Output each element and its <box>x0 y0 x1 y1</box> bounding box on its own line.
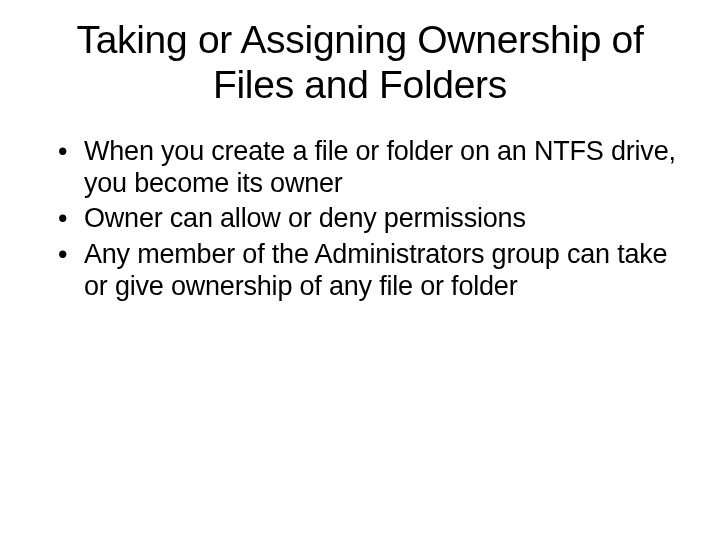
slide-container: Taking or Assigning Ownership of Files a… <box>0 0 720 540</box>
list-item: Any member of the Administrators group c… <box>58 239 680 303</box>
bullet-list: When you create a file or folder on an N… <box>40 136 680 303</box>
list-item: When you create a file or folder on an N… <box>58 136 680 200</box>
list-item: Owner can allow or deny permissions <box>58 203 680 235</box>
slide-title: Taking or Assigning Ownership of Files a… <box>40 18 680 108</box>
